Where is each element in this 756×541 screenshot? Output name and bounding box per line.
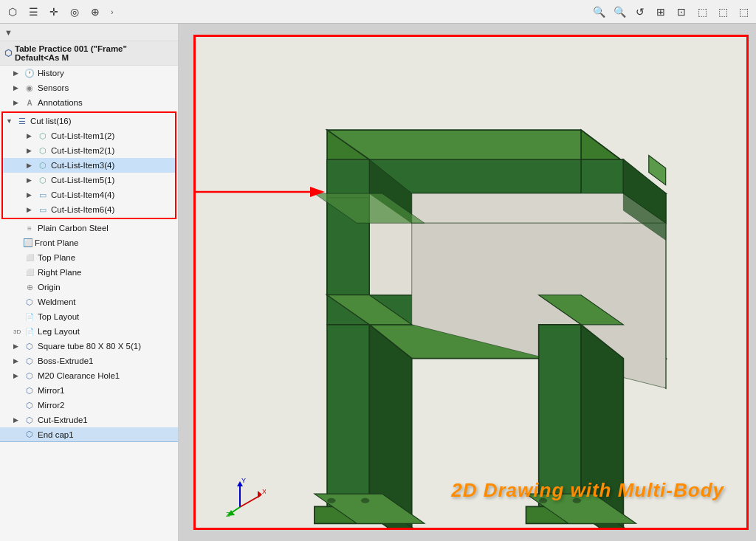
grid-icon[interactable]: ⊞: [653, 4, 669, 20]
sidebar-item-material[interactable]: ≡ Plain Carbon Steel: [0, 221, 178, 235]
arrow-leg-layout: 3D: [13, 328, 24, 335]
arrow-sensors: ▶: [13, 84, 24, 92]
boss-extrude1-label: Boss-Extrude1: [38, 356, 175, 365]
coordinate-axes: Y X Z: [225, 478, 262, 514]
mirror1-label: Mirror1: [38, 386, 175, 395]
sidebar-item-cut-item2[interactable]: ▶ ⬡ Cut-List-Item2(1): [3, 143, 175, 158]
arrow-cut-extrude1: ▶: [13, 416, 24, 424]
annotations-label: Annotations: [38, 98, 175, 107]
svg-text:Y: Y: [241, 478, 246, 484]
cut-item3-label: Cut-List-Item3(4): [51, 161, 172, 170]
m20-hole-label: M20 Clearance Hole1: [38, 371, 175, 380]
mirror1-icon: ⬡: [24, 385, 35, 396]
arrow-m20-hole: ▶: [13, 372, 24, 379]
sidebar-item-top-layout[interactable]: 📄 Top Layout: [0, 309, 178, 324]
cut-item3-icon: ⬡: [37, 159, 49, 171]
top-layout-label: Top Layout: [38, 312, 175, 321]
right-plane-label: Right Plane: [38, 268, 175, 277]
tree-container[interactable]: ▶ 🕐 History ▶ ◉ Sensors ▶ A Annotations …: [0, 66, 178, 541]
origin-label: Origin: [38, 283, 175, 292]
end-cap1-label: End cap1: [38, 430, 175, 439]
rotate-icon[interactable]: ↺: [632, 4, 648, 20]
sidebar-item-mirror1[interactable]: ⬡ Mirror1: [0, 383, 178, 398]
cut-extrude1-icon: ⬡: [24, 414, 35, 426]
arrow-cut-item4: ▶: [27, 191, 37, 199]
square-tube-icon: ⬡: [24, 340, 35, 352]
sidebar-item-cut-item6[interactable]: ▶ ▭ Cut-List-Item6(4): [3, 202, 175, 217]
sidebar-item-square-tube[interactable]: ▶ ⬡ Square tube 80 X 80 X 5(1): [0, 339, 178, 354]
sidebar-item-cut-item4[interactable]: ▶ ▭ Cut-List-Item4(4): [3, 187, 175, 202]
arrow-history: ▶: [13, 69, 24, 77]
origin-icon: ⊕: [24, 281, 35, 293]
sidebar-item-boss-extrude1[interactable]: ▶ ⬡ Boss-Extrude1: [0, 354, 178, 368]
history-label: History: [38, 69, 175, 77]
sidebar-item-front-plane[interactable]: ⬜ Front Plane: [0, 235, 178, 250]
cut-item1-label: Cut-List-Item1(2): [51, 131, 172, 140]
svg-point-30: [327, 498, 335, 503]
cut-list-icon: ☰: [16, 115, 28, 127]
sidebar-item-right-plane[interactable]: ⬜ Right Plane: [0, 265, 178, 280]
sensors-icon: ◉: [24, 82, 35, 94]
square-tube-label: Square tube 80 X 80 X 5(1): [38, 342, 175, 351]
main-layout: ▼ ⬡ Table Practice 001 ("Frame" Default<…: [0, 24, 756, 541]
sidebar-item-weldment[interactable]: ⬡ Weldment: [0, 294, 178, 309]
filter-icon[interactable]: ▼: [4, 28, 13, 37]
cut-item4-icon: ▭: [37, 189, 49, 201]
svg-line-40: [240, 495, 261, 507]
cut-list-label: Cut list(16): [30, 117, 172, 125]
toolbar-icon-5[interactable]: ⊕: [87, 4, 103, 20]
toolbar-icon-2[interactable]: ☰: [25, 4, 41, 20]
sidebar-item-end-cap1[interactable]: ⬡ End cap1: [0, 427, 178, 442]
sidebar-item-origin[interactable]: ⊕ Origin: [0, 280, 178, 294]
sidebar-item-cut-item5[interactable]: ▶ ⬡ Cut-List-Item5(1): [3, 173, 175, 187]
top-layout-icon: 📄: [24, 311, 35, 323]
toolbar-icon-3[interactable]: ✛: [46, 4, 62, 20]
sidebar-item-mirror2[interactable]: ⬡ Mirror2: [0, 398, 178, 413]
weldment-icon: ⬡: [24, 296, 35, 308]
sidebar-root-icon: ⬡: [4, 48, 12, 58]
sidebar-item-leg-layout[interactable]: 3D 📄 Leg Layout: [0, 324, 178, 339]
view-icon-3[interactable]: ⬚: [715, 4, 731, 20]
sidebar-item-sensors[interactable]: ▶ ◉ Sensors: [0, 80, 178, 95]
sidebar-item-cut-item3[interactable]: ▶ ⬡ Cut-List-Item3(4): [3, 158, 175, 173]
arrow-cut-item1: ▶: [27, 132, 37, 139]
toolbar-icon-1[interactable]: ⬡: [4, 4, 21, 20]
weldment-label: Weldment: [38, 297, 175, 306]
view-icon-1[interactable]: ⊡: [673, 4, 690, 20]
sidebar-item-cut-item1[interactable]: ▶ ⬡ Cut-List-Item1(2): [3, 128, 175, 143]
sidebar-item-top-plane[interactable]: ⬜ Top Plane: [0, 250, 178, 265]
cut-item6-icon: ▭: [37, 204, 49, 216]
arrow-square-tube: ▶: [13, 342, 24, 350]
svg-text:X: X: [262, 488, 266, 495]
sidebar-item-history[interactable]: ▶ 🕐 History: [0, 66, 178, 80]
cut-item1-icon: ⬡: [37, 130, 49, 142]
view-icon-4[interactable]: ⬚: [735, 4, 752, 20]
viewport: Y X Z 2D Drawing with Multi-Body: [179, 24, 756, 541]
canvas-area: Y X Z 2D Drawing with Multi-Body: [193, 35, 749, 530]
boss-extrude1-icon: ⬡: [24, 355, 35, 367]
annotations-icon: A: [24, 97, 35, 108]
sidebar: ▼ ⬡ Table Practice 001 ("Frame" Default<…: [0, 24, 179, 541]
cut-item2-label: Cut-List-Item2(1): [51, 146, 172, 155]
cut-extrude1-label: Cut-Extrude1: [38, 416, 175, 424]
sidebar-item-cut-extrude1[interactable]: ▶ ⬡ Cut-Extrude1: [0, 413, 178, 427]
svg-point-31: [361, 498, 369, 503]
leg-layout-label: Leg Layout: [38, 327, 175, 336]
cut-item5-label: Cut-List-Item5(1): [51, 176, 172, 185]
arrow-annotations: ▶: [13, 99, 24, 106]
view-icon-2[interactable]: ⬚: [694, 4, 710, 20]
mirror2-icon: ⬡: [24, 399, 35, 411]
sidebar-item-m20-hole[interactable]: ▶ ⬡ M20 Clearance Hole1: [0, 368, 178, 383]
toolbar-more-button[interactable]: ›: [108, 6, 117, 18]
material-icon: ≡: [24, 222, 35, 234]
cut-item6-label: Cut-List-Item6(4): [51, 205, 172, 214]
svg-text:Z: Z: [226, 511, 230, 518]
sidebar-item-cut-list[interactable]: ▼ ☰ Cut list(16): [3, 114, 175, 128]
arrow-cut-item5: ▶: [27, 176, 37, 184]
sensors-label: Sensors: [38, 83, 175, 92]
toolbar-icon-4[interactable]: ◎: [66, 4, 83, 20]
sidebar-item-annotations[interactable]: ▶ A Annotations: [0, 95, 178, 110]
zoom-icon[interactable]: 🔍: [611, 4, 628, 20]
front-plane-icon: ⬜: [24, 238, 32, 247]
search-icon[interactable]: 🔍: [591, 4, 607, 20]
